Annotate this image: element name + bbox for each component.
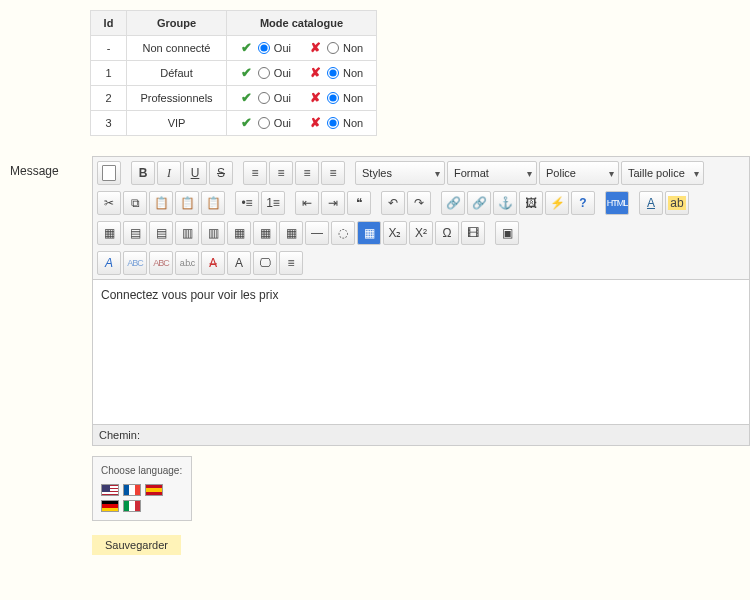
format-dropdown[interactable]: Format — [447, 161, 537, 185]
paste-text-button[interactable]: 📋 — [175, 191, 199, 215]
strike-button[interactable]: S — [209, 161, 233, 185]
template-button[interactable]: ▣ — [495, 221, 519, 245]
number-list-button[interactable]: 1≡ — [261, 191, 285, 215]
help-button[interactable]: ? — [571, 191, 595, 215]
editor-textarea[interactable]: Connectez vous pour voir les prix — [92, 280, 750, 425]
unlink-button[interactable]: 🔗 — [467, 191, 491, 215]
th-mode: Mode catalogue — [227, 11, 377, 36]
cross-icon: ✘ — [309, 91, 323, 105]
radio-non[interactable] — [327, 92, 339, 104]
cross-icon: ✘ — [309, 116, 323, 130]
new-doc-icon[interactable] — [97, 161, 121, 185]
check-icon: ✔ — [240, 66, 254, 80]
superscript-button[interactable]: X² — [409, 221, 433, 245]
th-id: Id — [91, 11, 127, 36]
paste-word-button[interactable]: 📋 — [201, 191, 225, 215]
undo-button[interactable]: ↶ — [381, 191, 405, 215]
cell-id: 3 — [91, 111, 127, 136]
bold-button[interactable]: B — [131, 161, 155, 185]
outdent-button[interactable]: ⇤ — [295, 191, 319, 215]
blockquote-button[interactable]: ❝ — [347, 191, 371, 215]
choose-language-label: Choose language: — [101, 465, 183, 476]
bg-color-button[interactable]: ab — [665, 191, 689, 215]
copy-button[interactable]: ⧉ — [123, 191, 147, 215]
font-size-dropdown[interactable]: Taille police — [621, 161, 704, 185]
cell-id: - — [91, 36, 127, 61]
editor-path-bar: Chemin: — [92, 425, 750, 446]
ins-button[interactable]: A — [227, 251, 251, 275]
radio-non[interactable] — [327, 42, 339, 54]
col-delete-button[interactable]: ▥ — [201, 221, 225, 245]
cell-mode: ✔Oui✘Non — [227, 86, 377, 111]
label-non: Non — [343, 92, 363, 104]
paste-button[interactable]: 📋 — [149, 191, 173, 215]
label-oui: Oui — [274, 117, 291, 129]
check-icon: ✔ — [240, 91, 254, 105]
underline-button[interactable]: U — [183, 161, 207, 185]
bullet-list-button[interactable]: •≡ — [235, 191, 259, 215]
flag-fr-icon[interactable] — [123, 484, 141, 496]
col-insert-button[interactable]: ▥ — [175, 221, 199, 245]
styles-marker-button[interactable]: A — [97, 251, 121, 275]
subscript-button[interactable]: X₂ — [383, 221, 407, 245]
radio-non[interactable] — [327, 67, 339, 79]
hr-button[interactable]: — — [305, 221, 329, 245]
flag-us-icon[interactable] — [101, 484, 119, 496]
align-center-button[interactable]: ≡ — [269, 161, 293, 185]
cite-button[interactable]: a.b.c — [175, 251, 199, 275]
acronym-button[interactable]: ABC — [149, 251, 173, 275]
styles-dropdown[interactable]: Styles — [355, 161, 445, 185]
flash-button[interactable]: ⚡ — [545, 191, 569, 215]
align-right-button[interactable]: ≡ — [295, 161, 319, 185]
indent-button[interactable]: ⇥ — [321, 191, 345, 215]
row-insert-button[interactable]: ▤ — [123, 221, 147, 245]
toggle-grid-button[interactable]: ▦ — [357, 221, 381, 245]
radio-oui[interactable] — [258, 42, 270, 54]
align-left-button[interactable]: ≡ — [243, 161, 267, 185]
message-label: Message — [10, 156, 92, 178]
cut-button[interactable]: ✂ — [97, 191, 121, 215]
cell-split-button[interactable]: ▦ — [253, 221, 277, 245]
remove-format-button[interactable]: ◌ — [331, 221, 355, 245]
media-button[interactable]: 🎞 — [461, 221, 485, 245]
preview-button[interactable]: 🖵 — [253, 251, 277, 275]
align-justify-button[interactable]: ≡ — [321, 161, 345, 185]
anchor-button[interactable]: ⚓ — [493, 191, 517, 215]
redo-button[interactable]: ↷ — [407, 191, 431, 215]
image-button[interactable]: 🖼 — [519, 191, 543, 215]
special-char-button[interactable]: Ω — [435, 221, 459, 245]
cell-props-button[interactable]: ▦ — [279, 221, 303, 245]
cell-merge-button[interactable]: ▦ — [227, 221, 251, 245]
table-button[interactable]: ▦ — [97, 221, 121, 245]
cell-mode: ✔Oui✘Non — [227, 61, 377, 86]
text-color-button[interactable]: A — [639, 191, 663, 215]
label-oui: Oui — [274, 92, 291, 104]
cell-group: VIP — [127, 111, 227, 136]
label-non: Non — [343, 67, 363, 79]
flag-it-icon[interactable] — [123, 500, 141, 512]
radio-non[interactable] — [327, 117, 339, 129]
italic-button[interactable]: I — [157, 161, 181, 185]
del-button[interactable]: A̶ — [201, 251, 225, 275]
row-delete-button[interactable]: ▤ — [149, 221, 173, 245]
save-button[interactable]: Sauvegarder — [92, 535, 181, 555]
check-icon: ✔ — [240, 41, 254, 55]
radio-oui[interactable] — [258, 67, 270, 79]
catalog-mode-table: Id Groupe Mode catalogue -Non connecté✔O… — [90, 10, 377, 136]
flag-es-icon[interactable] — [145, 484, 163, 496]
check-icon: ✔ — [240, 116, 254, 130]
radio-oui[interactable] — [258, 117, 270, 129]
font-dropdown[interactable]: Police — [539, 161, 619, 185]
html-source-button[interactable]: HTML — [605, 191, 629, 215]
label-oui: Oui — [274, 67, 291, 79]
abbr-button[interactable]: ABC — [123, 251, 147, 275]
cell-group: Non connecté — [127, 36, 227, 61]
th-group: Groupe — [127, 11, 227, 36]
flag-de-icon[interactable] — [101, 500, 119, 512]
cell-group: Défaut — [127, 61, 227, 86]
fullscreen-button[interactable]: ≡ — [279, 251, 303, 275]
link-button[interactable]: 🔗 — [441, 191, 465, 215]
cell-mode: ✔Oui✘Non — [227, 111, 377, 136]
radio-oui[interactable] — [258, 92, 270, 104]
label-oui: Oui — [274, 42, 291, 54]
